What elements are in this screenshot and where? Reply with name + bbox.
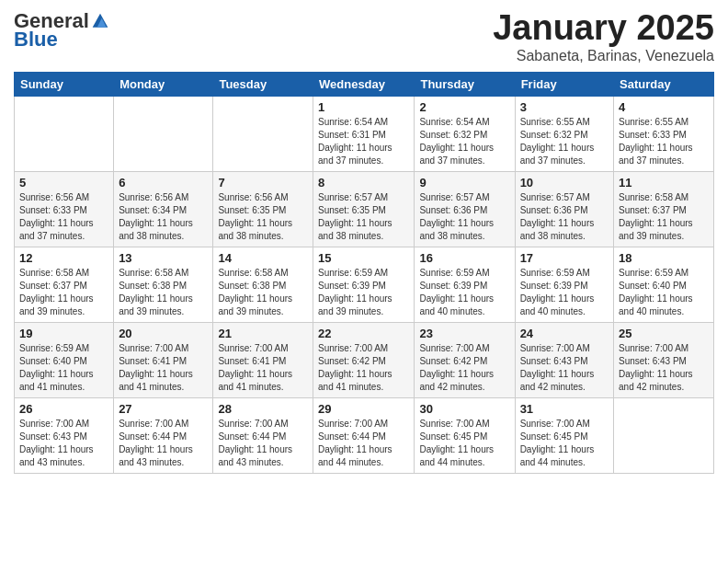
calendar-cell: 22Sunrise: 7:00 AMSunset: 6:42 PMDayligh…	[313, 322, 415, 397]
day-info: Sunrise: 6:56 AMSunset: 6:33 PMDaylight:…	[19, 191, 108, 243]
calendar-header-row: SundayMondayTuesdayWednesdayThursdayFrid…	[15, 72, 714, 96]
day-info: Sunrise: 6:58 AMSunset: 6:38 PMDaylight:…	[218, 267, 308, 318]
day-number: 14	[218, 251, 308, 265]
calendar-cell: 29Sunrise: 7:00 AMSunset: 6:44 PMDayligh…	[313, 397, 415, 473]
day-info: Sunrise: 7:00 AMSunset: 6:42 PMDaylight:…	[318, 342, 409, 394]
day-number: 13	[119, 251, 208, 265]
day-header-wednesday: Wednesday	[313, 72, 415, 96]
calendar-table: SundayMondayTuesdayWednesdayThursdayFrid…	[14, 72, 714, 474]
day-number: 19	[19, 327, 108, 340]
logo-blue-text: Blue	[14, 28, 58, 52]
day-number: 20	[119, 327, 208, 340]
day-number: 17	[520, 251, 609, 265]
calendar-cell: 6Sunrise: 6:56 AMSunset: 6:34 PMDaylight…	[114, 171, 213, 247]
calendar-cell: 24Sunrise: 7:00 AMSunset: 6:43 PMDayligh…	[515, 322, 613, 397]
calendar-cell: 30Sunrise: 7:00 AMSunset: 6:45 PMDayligh…	[415, 397, 515, 473]
title-block: January 2025 Sabaneta, Barinas, Venezuel…	[493, 9, 714, 64]
day-info: Sunrise: 6:56 AMSunset: 6:34 PMDaylight:…	[119, 191, 208, 243]
day-number: 31	[520, 402, 609, 416]
day-number: 6	[119, 176, 208, 190]
day-number: 27	[119, 402, 208, 416]
day-info: Sunrise: 7:00 AMSunset: 6:45 PMDaylight:…	[419, 418, 509, 469]
calendar-cell: 1Sunrise: 6:54 AMSunset: 6:31 PMDaylight…	[313, 96, 415, 171]
day-number: 8	[318, 176, 409, 190]
logo-icon	[91, 12, 109, 30]
day-info: Sunrise: 7:00 AMSunset: 6:42 PMDaylight:…	[419, 342, 509, 394]
day-header-tuesday: Tuesday	[213, 72, 313, 96]
calendar-cell: 11Sunrise: 6:58 AMSunset: 6:37 PMDayligh…	[614, 171, 714, 247]
day-number: 23	[419, 327, 509, 340]
month-title: January 2025	[493, 9, 714, 48]
calendar-cell: 5Sunrise: 6:56 AMSunset: 6:33 PMDaylight…	[15, 171, 114, 247]
day-header-sunday: Sunday	[15, 72, 114, 96]
calendar-cell	[15, 96, 114, 171]
logo: General Blue	[14, 9, 111, 52]
calendar-cell: 16Sunrise: 6:59 AMSunset: 6:39 PMDayligh…	[415, 247, 515, 322]
day-info: Sunrise: 7:00 AMSunset: 6:43 PMDaylight:…	[19, 418, 108, 469]
calendar-cell: 25Sunrise: 7:00 AMSunset: 6:43 PMDayligh…	[614, 322, 714, 397]
day-info: Sunrise: 6:58 AMSunset: 6:38 PMDaylight:…	[119, 267, 208, 318]
calendar-cell: 13Sunrise: 6:58 AMSunset: 6:38 PMDayligh…	[114, 247, 213, 322]
calendar-cell: 27Sunrise: 7:00 AMSunset: 6:44 PMDayligh…	[114, 397, 213, 473]
day-info: Sunrise: 6:59 AMSunset: 6:40 PMDaylight:…	[619, 267, 709, 318]
day-number: 29	[318, 402, 409, 416]
day-info: Sunrise: 7:00 AMSunset: 6:45 PMDaylight:…	[520, 418, 609, 469]
day-number: 5	[19, 176, 108, 190]
calendar-cell: 12Sunrise: 6:58 AMSunset: 6:37 PMDayligh…	[15, 247, 114, 322]
day-info: Sunrise: 7:00 AMSunset: 6:43 PMDaylight:…	[520, 342, 609, 394]
day-info: Sunrise: 6:55 AMSunset: 6:32 PMDaylight:…	[520, 116, 609, 167]
day-number: 11	[619, 176, 709, 190]
day-info: Sunrise: 6:59 AMSunset: 6:39 PMDaylight:…	[419, 267, 509, 318]
calendar-week-row: 12Sunrise: 6:58 AMSunset: 6:37 PMDayligh…	[15, 247, 714, 322]
day-info: Sunrise: 7:00 AMSunset: 6:41 PMDaylight:…	[119, 342, 208, 394]
day-number: 30	[419, 402, 509, 416]
day-info: Sunrise: 6:56 AMSunset: 6:35 PMDaylight:…	[218, 191, 308, 243]
day-header-thursday: Thursday	[415, 72, 515, 96]
calendar-cell: 26Sunrise: 7:00 AMSunset: 6:43 PMDayligh…	[15, 397, 114, 473]
day-number: 2	[419, 100, 509, 114]
day-number: 24	[520, 327, 609, 340]
calendar-cell	[614, 397, 714, 473]
page-header: General Blue January 2025 Sabaneta, Bari…	[14, 9, 714, 64]
calendar-cell: 7Sunrise: 6:56 AMSunset: 6:35 PMDaylight…	[213, 171, 313, 247]
calendar-cell: 31Sunrise: 7:00 AMSunset: 6:45 PMDayligh…	[515, 397, 613, 473]
calendar-cell: 3Sunrise: 6:55 AMSunset: 6:32 PMDaylight…	[515, 96, 613, 171]
day-info: Sunrise: 6:58 AMSunset: 6:37 PMDaylight:…	[619, 191, 709, 243]
day-info: Sunrise: 6:59 AMSunset: 6:39 PMDaylight:…	[318, 267, 409, 318]
day-info: Sunrise: 6:54 AMSunset: 6:32 PMDaylight:…	[419, 116, 509, 167]
day-number: 21	[218, 327, 308, 340]
day-info: Sunrise: 7:00 AMSunset: 6:44 PMDaylight:…	[218, 418, 308, 469]
day-number: 3	[520, 100, 609, 114]
day-number: 25	[619, 327, 709, 340]
day-info: Sunrise: 7:00 AMSunset: 6:44 PMDaylight:…	[119, 418, 208, 469]
day-number: 1	[318, 100, 409, 114]
calendar-cell: 14Sunrise: 6:58 AMSunset: 6:38 PMDayligh…	[213, 247, 313, 322]
calendar-cell	[114, 96, 213, 171]
calendar-cell: 15Sunrise: 6:59 AMSunset: 6:39 PMDayligh…	[313, 247, 415, 322]
calendar-cell: 17Sunrise: 6:59 AMSunset: 6:39 PMDayligh…	[515, 247, 613, 322]
day-number: 16	[419, 251, 509, 265]
calendar-cell: 20Sunrise: 7:00 AMSunset: 6:41 PMDayligh…	[114, 322, 213, 397]
calendar-cell: 8Sunrise: 6:57 AMSunset: 6:35 PMDaylight…	[313, 171, 415, 247]
calendar-cell: 18Sunrise: 6:59 AMSunset: 6:40 PMDayligh…	[614, 247, 714, 322]
calendar-cell: 19Sunrise: 6:59 AMSunset: 6:40 PMDayligh…	[15, 322, 114, 397]
day-info: Sunrise: 7:00 AMSunset: 6:44 PMDaylight:…	[318, 418, 409, 469]
calendar-cell: 21Sunrise: 7:00 AMSunset: 6:41 PMDayligh…	[213, 322, 313, 397]
calendar-cell: 4Sunrise: 6:55 AMSunset: 6:33 PMDaylight…	[614, 96, 714, 171]
calendar-cell: 10Sunrise: 6:57 AMSunset: 6:36 PMDayligh…	[515, 171, 613, 247]
day-info: Sunrise: 6:57 AMSunset: 6:36 PMDaylight:…	[520, 191, 609, 243]
day-info: Sunrise: 6:55 AMSunset: 6:33 PMDaylight:…	[619, 116, 709, 167]
calendar-week-row: 26Sunrise: 7:00 AMSunset: 6:43 PMDayligh…	[15, 397, 714, 473]
calendar-week-row: 19Sunrise: 6:59 AMSunset: 6:40 PMDayligh…	[15, 322, 714, 397]
calendar-week-row: 5Sunrise: 6:56 AMSunset: 6:33 PMDaylight…	[15, 171, 714, 247]
day-info: Sunrise: 6:58 AMSunset: 6:37 PMDaylight:…	[19, 267, 108, 318]
calendar-cell: 23Sunrise: 7:00 AMSunset: 6:42 PMDayligh…	[415, 322, 515, 397]
day-number: 28	[218, 402, 308, 416]
calendar-cell: 2Sunrise: 6:54 AMSunset: 6:32 PMDaylight…	[415, 96, 515, 171]
calendar-cell: 9Sunrise: 6:57 AMSunset: 6:36 PMDaylight…	[415, 171, 515, 247]
calendar-week-row: 1Sunrise: 6:54 AMSunset: 6:31 PMDaylight…	[15, 96, 714, 171]
day-header-friday: Friday	[515, 72, 613, 96]
calendar-cell: 28Sunrise: 7:00 AMSunset: 6:44 PMDayligh…	[213, 397, 313, 473]
day-info: Sunrise: 6:59 AMSunset: 6:39 PMDaylight:…	[520, 267, 609, 318]
location: Sabaneta, Barinas, Venezuela	[493, 48, 714, 64]
